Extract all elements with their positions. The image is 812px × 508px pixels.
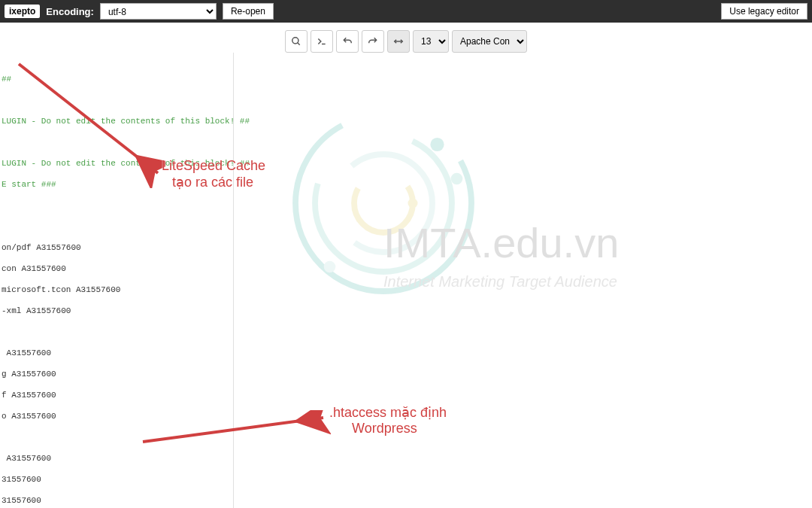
logo: ixepto [5, 5, 40, 18]
editor-toolbar: 13px Apache Conf [0, 23, 812, 60]
undo-icon[interactable] [336, 30, 359, 53]
top-bar: ixepto Encoding: utf-8 Re-open Use legac… [0, 0, 812, 23]
redo-icon[interactable] [362, 30, 384, 53]
code-editor[interactable]: ## LUGIN - Do not edit the contents of t… [0, 60, 812, 508]
terminal-icon[interactable] [311, 30, 333, 53]
legacy-editor-button[interactable]: Use legacy editor [721, 3, 807, 20]
svg-line-1 [298, 43, 300, 45]
fontsize-select[interactable]: 13px [413, 30, 449, 53]
search-icon[interactable] [285, 30, 308, 53]
reopen-button[interactable]: Re-open [223, 3, 274, 20]
wrap-icon[interactable] [387, 30, 410, 53]
encoding-label: Encoding: [46, 6, 94, 17]
encoding-select[interactable]: utf-8 [100, 3, 217, 20]
language-select[interactable]: Apache Conf [452, 30, 527, 53]
svg-point-0 [292, 38, 298, 44]
